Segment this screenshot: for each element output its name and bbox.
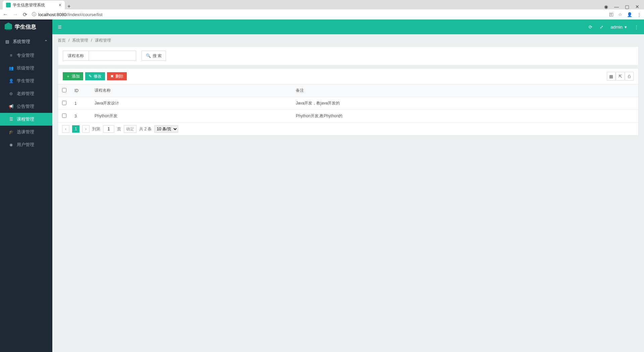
page-1-button[interactable]: 1 xyxy=(72,125,79,133)
toolbar: ＋添加 ✎修改 ✖删除 ▦ ⇱ ⎙ xyxy=(58,69,638,84)
th-id: ID xyxy=(70,84,91,97)
refresh-icon[interactable]: ⟳ xyxy=(589,25,592,30)
pager: ‹ 1 › 到第 页 确定 共 2 条 10 条/页 xyxy=(58,122,638,135)
window-controls: ◉ — ▢ ✕ xyxy=(604,4,644,9)
select-all-checkbox[interactable] xyxy=(62,88,66,92)
info-icon: ⓘ xyxy=(32,11,36,17)
pager-goto-post: 页 xyxy=(117,126,121,132)
tab-bar: 学生信息管理系统 × + ◉ — ▢ ✕ xyxy=(0,0,644,9)
crumb-l2: 课程管理 xyxy=(95,38,111,43)
key-icon[interactable]: ⚿ xyxy=(609,12,613,17)
add-button[interactable]: ＋添加 xyxy=(63,72,83,80)
search-button[interactable]: 🔍 搜 索 xyxy=(142,51,166,61)
sidebar-group-system[interactable]: ▤系统管理 ⌃ xyxy=(0,34,52,49)
forward-icon[interactable]: → xyxy=(13,11,18,17)
fullscreen-icon[interactable]: ⤢ xyxy=(600,25,603,30)
main: ☰ ⟳ ⤢ admin ▾ ⋮ 首页 / 系统管理 / 课程管理 课程名称 xyxy=(52,19,644,352)
menu-icon: ☰ xyxy=(9,117,13,122)
page-size-select[interactable]: 10 条/页 xyxy=(154,125,178,133)
crumb-l1[interactable]: 系统管理 xyxy=(72,38,88,43)
data-panel: ＋添加 ✎修改 ✖删除 ▦ ⇱ ⎙ ID xyxy=(58,68,639,136)
reload-icon[interactable]: ⟳ xyxy=(23,11,27,18)
sidebar-item-announce[interactable]: 📢公告管理 xyxy=(0,100,52,113)
url-box[interactable]: ⓘ localhost:8080//index#/course/list xyxy=(32,11,604,17)
chevron-up-icon: ⌃ xyxy=(44,39,48,44)
topbar: ☰ ⟳ ⤢ admin ▾ ⋮ xyxy=(52,19,644,34)
columns-button[interactable]: ▦ xyxy=(607,72,615,81)
address-bar: ← → ⟳ ⓘ localhost:8080//index#/course/li… xyxy=(0,9,644,19)
sidebar-item-enroll[interactable]: 🎓选课管理 xyxy=(0,126,52,138)
tab-title: 学生信息管理系统 xyxy=(13,2,45,8)
app: 学生信息 ▤系统管理 ⌃ ≡专业管理 👥班级管理 👤学生管理 ⊖老师管理 📢公告… xyxy=(0,19,644,352)
x-icon: ✖ xyxy=(110,74,114,79)
print-button[interactable]: ⎙ xyxy=(625,72,634,81)
row-checkbox[interactable] xyxy=(62,114,66,118)
prev-page-button[interactable]: ‹ xyxy=(62,125,69,133)
profile-icon[interactable]: 👤 xyxy=(627,12,632,17)
username: admin xyxy=(611,25,623,30)
sidebar-item-course[interactable]: ☰课程管理 xyxy=(0,113,52,126)
crumb-home[interactable]: 首页 xyxy=(58,38,66,43)
cell-name: Java开发设计 xyxy=(91,97,292,110)
url-host: localhost:8080 xyxy=(38,12,66,17)
th-remark: 备注 xyxy=(292,84,638,97)
next-page-button[interactable]: › xyxy=(82,125,90,133)
pager-confirm-button[interactable]: 确定 xyxy=(124,125,137,133)
course-table: ID 课程名称 备注 1 Java开发设计 Java开发，教java开发的 xyxy=(58,84,638,122)
user-icon: 👤 xyxy=(9,79,13,83)
horn-icon: 📢 xyxy=(9,104,13,109)
export-button[interactable]: ⇱ xyxy=(616,72,625,81)
list-icon: ≡ xyxy=(9,53,13,58)
cell-name: Phython开发 xyxy=(91,110,292,123)
sidebar-item-major[interactable]: ≡专业管理 xyxy=(0,49,52,62)
target-icon: ◉ xyxy=(9,142,13,147)
more-icon[interactable]: ⋮ xyxy=(634,25,639,30)
people-icon: 👥 xyxy=(9,66,13,71)
cap-icon: 🎓 xyxy=(9,130,13,134)
sidebar-item-class[interactable]: 👥班级管理 xyxy=(0,62,52,75)
sidebar-item-users[interactable]: ◉用户管理 xyxy=(0,138,52,151)
user-dropdown[interactable]: admin ▾ xyxy=(611,25,627,30)
sidebar: 学生信息 ▤系统管理 ⌃ ≡专业管理 👥班级管理 👤学生管理 ⊖老师管理 📢公告… xyxy=(0,19,52,352)
table-header-row: ID 课程名称 备注 xyxy=(58,84,638,97)
favicon xyxy=(6,3,11,7)
search-group: 课程名称 xyxy=(63,51,136,61)
cell-remark: Phython开发,教Phython的 xyxy=(292,110,638,123)
pencil-icon: ✎ xyxy=(89,74,92,79)
search-icon: 🔍 xyxy=(146,53,151,58)
browser-chrome: 学生信息管理系统 × + ◉ — ▢ ✕ ← → ⟳ ⓘ localhost:8… xyxy=(0,0,644,19)
sys-icon: ▤ xyxy=(5,39,9,44)
close-window-icon[interactable]: ✕ xyxy=(635,4,639,9)
plus-icon: ＋ xyxy=(66,74,70,79)
row-checkbox[interactable] xyxy=(62,101,66,105)
maximize-icon[interactable]: ▢ xyxy=(625,4,629,9)
table-row: 1 Java开发设计 Java开发，教java开发的 xyxy=(58,97,638,110)
back-icon[interactable]: ← xyxy=(3,11,8,17)
th-name: 课程名称 xyxy=(91,84,292,97)
collapse-icon[interactable]: ☰ xyxy=(58,25,62,30)
course-name-input[interactable] xyxy=(89,51,136,60)
cell-id: 3 xyxy=(70,110,91,123)
sidebar-item-student[interactable]: 👤学生管理 xyxy=(0,75,52,87)
sidebar-item-teacher[interactable]: ⊖老师管理 xyxy=(0,87,52,100)
breadcrumb: 首页 / 系统管理 / 课程管理 xyxy=(52,34,644,46)
logo-icon xyxy=(5,25,12,29)
search-panel: 课程名称 🔍 搜 索 xyxy=(58,46,639,65)
cell-remark: Java开发，教java开发的 xyxy=(292,97,638,110)
menu-icon[interactable]: ⋮ xyxy=(637,12,641,17)
search-label: 课程名称 xyxy=(63,51,89,60)
incognito-icon: ◉ xyxy=(604,4,608,9)
logo-text: 学生信息 xyxy=(15,24,36,31)
caret-down-icon: ▾ xyxy=(625,25,627,30)
star-icon[interactable]: ☆ xyxy=(618,12,622,17)
browser-tab[interactable]: 学生信息管理系统 × xyxy=(3,1,65,9)
new-tab-button[interactable]: + xyxy=(65,3,73,9)
circle-icon: ⊖ xyxy=(9,91,13,96)
minimize-icon[interactable]: — xyxy=(614,4,619,9)
delete-button[interactable]: ✖删除 xyxy=(107,72,127,80)
pager-goto-input[interactable] xyxy=(103,125,114,133)
url-path: //index#/course/list xyxy=(66,12,103,17)
edit-button[interactable]: ✎修改 xyxy=(85,72,105,80)
table-row: 3 Phython开发 Phython开发,教Phython的 xyxy=(58,110,638,123)
tab-close-icon[interactable]: × xyxy=(59,2,61,8)
